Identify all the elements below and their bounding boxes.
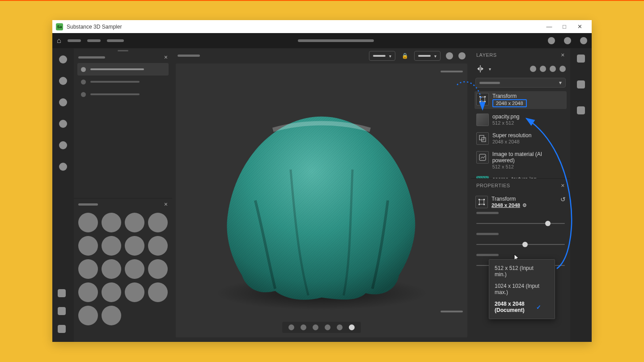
view-dropdown[interactable]: ▾ [414, 51, 441, 61]
material-swatch[interactable] [125, 282, 144, 302]
material-swatch[interactable] [78, 306, 98, 325]
close-icon[interactable]: × [164, 201, 168, 208]
rail-tool[interactable] [58, 289, 66, 297]
layer-resolution: 2048 x 2048 [492, 139, 531, 145]
transform-icon [476, 93, 489, 105]
resolution-option[interactable]: 512 x 512 (Input min.) [489, 262, 555, 280]
close-button[interactable]: ✕ [572, 24, 587, 29]
material-swatch[interactable] [148, 282, 168, 302]
lock-icon[interactable]: 🔒 [401, 53, 409, 59]
menu-item[interactable] [68, 39, 81, 42]
left-tool-rail [52, 48, 74, 342]
material-swatch[interactable] [78, 282, 98, 302]
resolution-menu: 512 x 512 (Input min.) 1024 x 1024 (Inpu… [489, 259, 555, 319]
close-icon[interactable]: × [561, 51, 565, 59]
rail-tool[interactable] [58, 307, 66, 315]
material-swatch[interactable] [125, 259, 144, 279]
svg-rect-7 [484, 101, 486, 102]
viewport-button[interactable] [446, 52, 453, 59]
ai-material-icon [476, 151, 489, 164]
home-icon[interactable]: ⌂ [57, 37, 61, 45]
rail-tool[interactable] [59, 55, 67, 63]
chevron-down-icon[interactable]: ▾ [489, 67, 491, 72]
panel-title-placeholder [78, 56, 105, 59]
layer-item-transform[interactable]: Transform 2048 x 2048 [475, 91, 567, 109]
compare-icon[interactable] [475, 64, 485, 74]
material-swatch[interactable] [148, 259, 168, 279]
slider[interactable] [476, 244, 565, 245]
rail-tool[interactable] [58, 325, 66, 333]
toolbar-button[interactable] [548, 37, 555, 44]
gear-icon[interactable]: ⚙ [522, 202, 527, 208]
svg-rect-13 [483, 199, 485, 200]
material-swatch[interactable] [102, 306, 121, 325]
viewport-canvas[interactable] [176, 63, 467, 337]
layer-item[interactable]: Image to material (AI powered) 512 x 512 [475, 149, 567, 172]
material-swatch[interactable] [102, 282, 121, 302]
layer-resolution-highlight: 2048 x 2048 [492, 99, 527, 107]
pager-dot[interactable] [325, 324, 330, 330]
reset-icon[interactable]: ↺ [560, 196, 566, 203]
list-item[interactable] [77, 63, 169, 76]
svg-rect-4 [479, 96, 481, 97]
pager-dot[interactable] [349, 324, 355, 330]
layer-action[interactable] [550, 66, 556, 72]
slider-label [476, 254, 499, 256]
layer-item[interactable]: opacity.png 512 x 512 [475, 112, 567, 128]
super-resolution-icon [476, 132, 489, 145]
material-swatch[interactable] [78, 236, 98, 256]
toolbar-button[interactable] [564, 37, 571, 44]
rail-tool[interactable] [59, 163, 67, 171]
transform-icon [475, 196, 488, 208]
property-name: Transform [491, 196, 527, 202]
material-swatch[interactable] [102, 236, 121, 256]
pager-dot[interactable] [337, 324, 343, 330]
rail-tool[interactable] [577, 55, 585, 63]
pager-dot[interactable] [288, 324, 294, 330]
material-swatch[interactable] [148, 236, 168, 256]
menu-item[interactable] [87, 39, 101, 42]
layer-item[interactable]: coarse_texture.jpg 512 x 512 [475, 174, 567, 178]
list-item[interactable] [77, 88, 169, 101]
view-dropdown[interactable]: ▾ [369, 51, 395, 61]
rail-tool[interactable] [577, 80, 585, 88]
pager-dot[interactable] [313, 324, 318, 330]
rail-tool[interactable] [577, 106, 585, 114]
layer-action[interactable] [530, 66, 536, 72]
material-swatch[interactable] [102, 259, 121, 279]
rail-tool[interactable] [59, 120, 67, 128]
resolution-link[interactable]: 2048 x 2048 [491, 202, 520, 208]
rail-tool[interactable] [59, 141, 67, 149]
toolbar-button[interactable] [580, 37, 587, 44]
viewport-button[interactable] [458, 52, 466, 59]
resolution-option[interactable]: 1024 x 1024 (Input max.) [489, 280, 555, 298]
material-swatch[interactable] [78, 259, 98, 279]
material-swatch[interactable] [125, 213, 144, 232]
list-item[interactable] [77, 76, 169, 88]
svg-rect-5 [484, 96, 486, 97]
layer-action[interactable] [559, 66, 566, 72]
resolution-option[interactable]: 2048 x 2048 (Document)✓ [489, 298, 555, 316]
viewport-pager [282, 322, 361, 333]
slider-label [476, 212, 499, 214]
rail-tool[interactable] [59, 98, 67, 106]
maximize-button[interactable]: □ [557, 24, 572, 29]
rail-tool[interactable] [59, 77, 67, 85]
svg-rect-6 [479, 101, 481, 102]
blend-dropdown[interactable]: ▾ [475, 78, 566, 88]
material-swatch[interactable] [125, 236, 144, 256]
material-swatch[interactable] [78, 213, 98, 232]
minimize-button[interactable]: — [542, 24, 557, 29]
layer-item[interactable]: Super resolution 2048 x 2048 [475, 130, 567, 147]
close-icon[interactable]: × [561, 182, 565, 189]
layer-name: Super resolution [492, 132, 531, 139]
pager-dot[interactable] [301, 324, 306, 330]
material-swatch[interactable] [102, 213, 121, 232]
slider[interactable] [476, 223, 565, 224]
check-icon: ✓ [536, 304, 541, 311]
close-icon[interactable]: × [164, 54, 168, 61]
menu-item[interactable] [107, 39, 124, 42]
material-swatch[interactable] [148, 213, 168, 232]
panel-title-placeholder [78, 203, 98, 206]
layer-action[interactable] [540, 66, 546, 72]
